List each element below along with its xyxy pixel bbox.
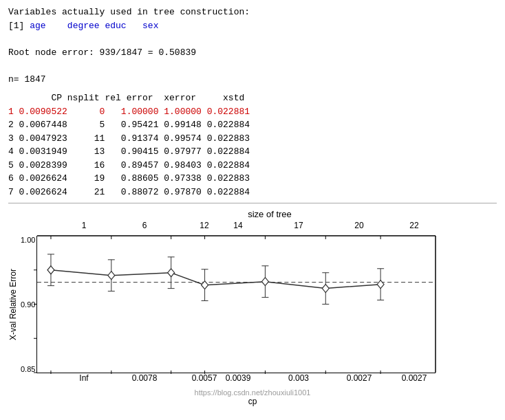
bottom-label-inf: Inf (79, 373, 88, 383)
line-blank1 (8, 32, 497, 46)
header-block: Variables actually used in tree construc… (8, 5, 497, 86)
bottom-label-0039: 0.0039 (226, 373, 251, 383)
line-root-error: Root node error: 939/1847 = 0.50839 (8, 46, 497, 60)
top-label-1: 1 (82, 221, 87, 230)
bottom-label-0057: 0.0057 (192, 373, 217, 383)
divider (8, 203, 497, 203)
line-blank2 (8, 59, 497, 73)
svg-marker-4 (47, 266, 54, 274)
watermark: https://blog.csdn.net/zhouxiuli1001 (8, 388, 497, 397)
chart-area: size of tree 1 6 12 14 17 20 22 X-val Re… (8, 209, 497, 406)
table-row-7: 7 0.0026624 21 0.88072 0.97870 0.022884 (8, 186, 497, 199)
table-row-1: 1 0.0090522 0 1.00000 1.00000 0.022881 (8, 105, 497, 119)
bottom-label-0078: 0.0078 (132, 373, 158, 383)
top-label-20: 20 (354, 221, 363, 230)
top-label-17: 17 (294, 221, 303, 230)
y-axis-ticks: 1.00 0.90 0.85 (19, 236, 36, 373)
top-label-12: 12 (200, 221, 208, 230)
line-vars-list: [1] age degree educ sex (8, 19, 497, 33)
y-axis-label: X-val Relative Error (8, 236, 19, 373)
table-row-2: 2 0.0067448 5 0.95421 0.99148 0.022884 (8, 118, 497, 132)
line-n: n= 1847 (8, 73, 497, 87)
bottom-label-0027b: 0.0027 (402, 373, 427, 383)
bottom-label-0027a: 0.0027 (347, 373, 372, 383)
plot-svg (37, 236, 436, 373)
top-axis: 1 6 12 14 17 20 22 (70, 221, 469, 236)
chart-container: X-val Relative Error 1.00 0.90 0.85 (8, 236, 497, 373)
table-row-3: 3 0.0047923 11 0.91374 0.99574 0.022883 (8, 132, 497, 146)
y-tick-100: 1.00 (21, 236, 35, 244)
y-tick-090: 0.90 (21, 300, 35, 309)
chart-title: size of tree (70, 209, 469, 219)
svg-marker-8 (108, 272, 115, 280)
cp-table: CP nsplit rel error xerror xstd 1 0.0090… (8, 91, 497, 199)
line-variables: Variables actually used in tree construc… (8, 5, 497, 19)
y-tick-085: 0.85 (21, 365, 35, 373)
table-row-5: 5 0.0028399 16 0.89457 0.98403 0.022884 (8, 159, 497, 173)
top-label-22: 22 (409, 221, 418, 230)
plot-area (36, 236, 436, 373)
svg-marker-28 (378, 280, 385, 289)
cp-label: cp (8, 397, 497, 406)
table-row-6: 6 0.0026624 19 0.88605 0.97338 0.022883 (8, 172, 497, 186)
table-row-4: 4 0.0031949 13 0.90415 0.97977 0.022884 (8, 145, 497, 159)
bottom-label-003: 0.003 (288, 373, 309, 383)
svg-marker-24 (323, 285, 330, 293)
top-label-6: 6 (142, 221, 147, 230)
bottom-axis: Inf 0.0078 0.0057 0.0039 0.003 0.0027 0.… (70, 373, 469, 387)
svg-marker-20 (262, 278, 269, 286)
table-header: CP nsplit rel error xerror xstd (8, 91, 497, 105)
svg-marker-12 (168, 269, 175, 277)
top-label-14: 14 (233, 221, 242, 230)
